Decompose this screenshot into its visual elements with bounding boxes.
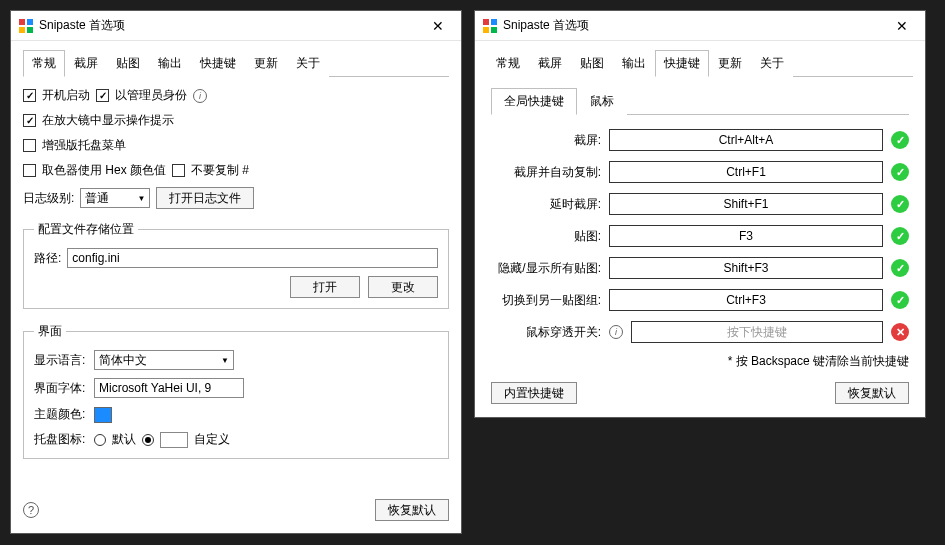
- tab-hotkeys[interactable]: 快捷键: [655, 50, 709, 77]
- no-copy-hash-checkbox[interactable]: [172, 164, 185, 177]
- hotkey-row: 截屏:Ctrl+Alt+A: [491, 129, 909, 151]
- restore-defaults-button[interactable]: 恢复默认: [835, 382, 909, 404]
- main-tabs: 常规 截屏 贴图 输出 快捷键 更新 关于: [23, 49, 449, 77]
- log-level-select[interactable]: 普通 ▼: [80, 188, 150, 208]
- chevron-down-icon: ▼: [221, 356, 229, 365]
- ui-group-legend: 界面: [34, 323, 66, 340]
- subtab-mouse[interactable]: 鼠标: [577, 88, 627, 115]
- status-ok-icon: [891, 227, 909, 245]
- magnifier-tip-label: 在放大镜中显示操作提示: [42, 112, 174, 129]
- hotkey-row: 隐藏/显示所有贴图:Shift+F3: [491, 257, 909, 279]
- info-icon[interactable]: [609, 325, 623, 339]
- tab-paste[interactable]: 贴图: [107, 50, 149, 77]
- startup-checkbox[interactable]: [23, 89, 36, 102]
- hotkey-label: 切换到另一贴图组:: [491, 292, 601, 309]
- tray-custom-radio[interactable]: [142, 434, 154, 446]
- open-config-button[interactable]: 打开: [290, 276, 360, 298]
- tab-about[interactable]: 关于: [287, 50, 329, 77]
- status-ok-icon: [891, 195, 909, 213]
- magnifier-tip-checkbox[interactable]: [23, 114, 36, 127]
- ui-font-input[interactable]: Microsoft YaHei UI, 9: [94, 378, 244, 398]
- log-level-label: 日志级别:: [23, 190, 74, 207]
- window-title: Snipaste 首选项: [503, 17, 887, 34]
- mouse-through-hotkey-input[interactable]: 按下快捷键: [631, 321, 883, 343]
- hotkey-label: 贴图:: [491, 228, 601, 245]
- info-icon[interactable]: [193, 89, 207, 103]
- status-ok-icon: [891, 291, 909, 309]
- tab-output[interactable]: 输出: [613, 50, 655, 77]
- hotkey-label: 隐藏/显示所有贴图:: [491, 260, 601, 277]
- builtin-hotkeys-button[interactable]: 内置快捷键: [491, 382, 577, 404]
- open-log-button[interactable]: 打开日志文件: [156, 187, 254, 209]
- status-ok-icon: [891, 259, 909, 277]
- backspace-note: * 按 Backspace 键清除当前快捷键: [491, 353, 909, 370]
- theme-color-label: 主题颜色:: [34, 406, 88, 423]
- tab-general[interactable]: 常规: [23, 50, 65, 77]
- restore-defaults-button[interactable]: 恢复默认: [375, 499, 449, 521]
- tab-paste[interactable]: 贴图: [571, 50, 613, 77]
- hotkey-label: 截屏并自动复制:: [491, 164, 601, 181]
- hotkey-input[interactable]: F3: [609, 225, 883, 247]
- hotkey-subtabs: 全局快捷键 鼠标: [491, 87, 909, 115]
- tab-update[interactable]: 更新: [245, 50, 287, 77]
- help-icon[interactable]: [23, 502, 39, 518]
- log-level-value: 普通: [85, 190, 109, 207]
- hotkey-row: 切换到另一贴图组:Ctrl+F3: [491, 289, 909, 311]
- tab-output[interactable]: 输出: [149, 50, 191, 77]
- status-ok-icon: [891, 163, 909, 181]
- display-lang-value: 简体中文: [99, 352, 147, 369]
- titlebar: Snipaste 首选项 ✕: [475, 11, 925, 41]
- ui-font-label: 界面字体:: [34, 380, 88, 397]
- startup-label: 开机启动: [42, 87, 90, 104]
- admin-checkbox[interactable]: [96, 89, 109, 102]
- tab-snip[interactable]: 截屏: [529, 50, 571, 77]
- hotkey-input[interactable]: Ctrl+F1: [609, 161, 883, 183]
- ui-font-value: Microsoft YaHei UI, 9: [99, 381, 211, 395]
- chevron-down-icon: ▼: [137, 194, 145, 203]
- tab-about[interactable]: 关于: [751, 50, 793, 77]
- hotkey-input[interactable]: Ctrl+Alt+A: [609, 129, 883, 151]
- tray-icon-label: 托盘图标:: [34, 431, 88, 448]
- tray-default-label: 默认: [112, 431, 136, 448]
- tab-update[interactable]: 更新: [709, 50, 751, 77]
- config-path-input[interactable]: config.ini: [67, 248, 438, 268]
- preferences-window-general: Snipaste 首选项 ✕ 常规 截屏 贴图 输出 快捷键 更新 关于 开机启…: [10, 10, 462, 534]
- enhanced-tray-checkbox[interactable]: [23, 139, 36, 152]
- close-icon[interactable]: ✕: [887, 14, 917, 38]
- close-icon[interactable]: ✕: [423, 14, 453, 38]
- enhanced-tray-label: 增强版托盘菜单: [42, 137, 126, 154]
- change-config-button[interactable]: 更改: [368, 276, 438, 298]
- window-title: Snipaste 首选项: [39, 17, 423, 34]
- hotkey-input[interactable]: Shift+F3: [609, 257, 883, 279]
- theme-color-swatch[interactable]: [94, 407, 112, 423]
- status-bad-icon: [891, 323, 909, 341]
- hotkey-row: 贴图:F3: [491, 225, 909, 247]
- admin-label: 以管理员身份: [115, 87, 187, 104]
- hotkey-label: 截屏:: [491, 132, 601, 149]
- subtab-global[interactable]: 全局快捷键: [491, 88, 577, 115]
- ui-group: 界面 显示语言: 简体中文 ▼ 界面字体: Microsoft YaHei UI…: [23, 323, 449, 459]
- tray-default-radio[interactable]: [94, 434, 106, 446]
- hotkey-input[interactable]: Shift+F1: [609, 193, 883, 215]
- tab-general[interactable]: 常规: [487, 50, 529, 77]
- hex-color-label: 取色器使用 Hex 颜色值: [42, 162, 166, 179]
- display-lang-select[interactable]: 简体中文 ▼: [94, 350, 234, 370]
- hotkey-row: 延时截屏:Shift+F1: [491, 193, 909, 215]
- hotkey-input[interactable]: Ctrl+F3: [609, 289, 883, 311]
- tray-custom-label: 自定义: [194, 431, 230, 448]
- hex-color-checkbox[interactable]: [23, 164, 36, 177]
- hotkey-row: 截屏并自动复制:Ctrl+F1: [491, 161, 909, 183]
- app-logo-icon: [483, 19, 497, 33]
- main-tabs: 常规 截屏 贴图 输出 快捷键 更新 关于: [487, 49, 913, 77]
- config-path-value: config.ini: [72, 251, 119, 265]
- path-label: 路径:: [34, 250, 61, 267]
- mouse-through-label: 鼠标穿透开关:: [491, 324, 601, 341]
- tray-custom-swatch[interactable]: [160, 432, 188, 448]
- no-copy-hash-label: 不要复制 #: [191, 162, 249, 179]
- preferences-window-hotkeys: Snipaste 首选项 ✕ 常规 截屏 贴图 输出 快捷键 更新 关于 全局快…: [474, 10, 926, 418]
- tab-snip[interactable]: 截屏: [65, 50, 107, 77]
- tab-hotkeys[interactable]: 快捷键: [191, 50, 245, 77]
- hotkey-label: 延时截屏:: [491, 196, 601, 213]
- status-ok-icon: [891, 131, 909, 149]
- titlebar: Snipaste 首选项 ✕: [11, 11, 461, 41]
